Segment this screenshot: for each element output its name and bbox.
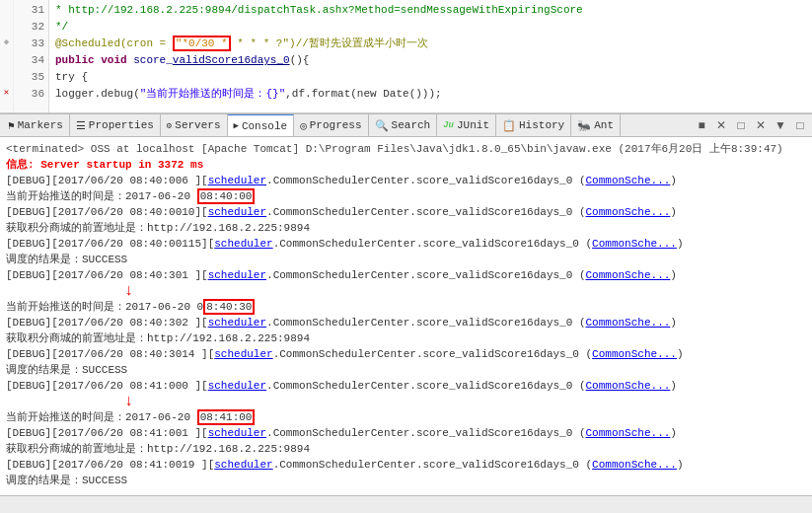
- console-arrow-2: ↓: [124, 394, 806, 409]
- tab-search[interactable]: 🔍 Search: [369, 114, 438, 136]
- console-line-16: 获取积分商城的前置地址是：http://192.168.2.225:9894: [6, 441, 806, 457]
- tab-ant-label: Ant: [594, 119, 614, 131]
- search-icon: 🔍: [375, 119, 389, 132]
- code-line-36: logger.debug("当前开始推送的时间是：{}",df.format(n…: [55, 86, 806, 103]
- code-line-35: try {: [55, 69, 806, 86]
- markers-icon: ⚑: [8, 119, 15, 132]
- tab-progress[interactable]: ◎ Progress: [294, 114, 368, 136]
- console-line-1: [DEBUG][2017/06/20 08:40:006 ][scheduler…: [6, 173, 806, 188]
- console-line-17: [DEBUG][2017/06/20 08:41:0019 ][schedule…: [6, 457, 806, 473]
- tab-history[interactable]: 📋 History: [496, 114, 571, 136]
- console-action-btn-4[interactable]: ✕: [751, 115, 771, 135]
- console-line-5: [DEBUG][2017/06/20 08:40:00115][schedule…: [6, 236, 806, 252]
- console-line-18: 调度的结果是：SUCCESS: [6, 473, 806, 488]
- junit-icon: Ju: [443, 120, 454, 130]
- properties-icon: ☰: [76, 119, 86, 132]
- code-line-33: @Scheduled(cron = "*0/30 * * * * ?")//暂时…: [55, 36, 806, 52]
- tab-properties-label: Properties: [89, 119, 154, 131]
- code-content: * http://192.168.2.225:9894/dispatchTask…: [49, 0, 812, 112]
- tab-history-label: History: [519, 119, 564, 131]
- tab-search-label: Search: [392, 119, 431, 131]
- console-line-10: 获取积分商城的前置地址是：http://192.168.2.225:9894: [6, 330, 806, 346]
- line-numbers: 31 32 33 34 35 36: [14, 0, 49, 112]
- tab-junit[interactable]: Ju JUnit: [437, 114, 496, 136]
- editor-section: ◆ ✕ 31 32 33 34 35 36 * http://192.168.2…: [0, 0, 812, 113]
- tab-properties[interactable]: ☰ Properties: [70, 114, 161, 136]
- console-line-8: 当前开始推送的时间是：2017-06-20 08:40:30: [6, 299, 806, 315]
- tab-markers[interactable]: ⚑ Markers: [2, 114, 70, 136]
- ant-icon: 🐜: [577, 119, 591, 132]
- console-line-3: [DEBUG][2017/06/20 08:40:0010][scheduler…: [6, 204, 806, 220]
- console-icon: ▶: [234, 120, 239, 131]
- console-line-13: [DEBUG][2017/06/20 08:41:000 ][scheduler…: [6, 378, 806, 394]
- tab-servers-label: Servers: [175, 119, 220, 131]
- left-gutter: ◆ ✕: [0, 0, 14, 112]
- console-line-9: [DEBUG][2017/06/20 08:40:302 ][scheduler…: [6, 315, 806, 330]
- tab-console[interactable]: ▶ Console: [228, 113, 295, 136]
- console-line-15: [DEBUG][2017/06/20 08:41:001 ][scheduler…: [6, 425, 806, 441]
- console-line-12: 调度的结果是：SUCCESS: [6, 362, 806, 378]
- tab-ant[interactable]: 🐜 Ant: [571, 114, 621, 136]
- gutter-36: ✕: [0, 84, 13, 101]
- status-bar: [0, 495, 812, 513]
- tab-servers[interactable]: ⚙ Servers: [161, 114, 228, 136]
- tab-junit-label: JUnit: [457, 119, 489, 131]
- gutter-33: ◆: [0, 34, 13, 50]
- console-line-6: 调度的结果是：SUCCESS: [6, 252, 806, 267]
- console-action-btn-5[interactable]: ▼: [771, 115, 790, 135]
- console-line-11: [DEBUG][2017/06/20 08:40:3014 ][schedule…: [6, 346, 806, 362]
- console-action-btn-1[interactable]: ■: [692, 115, 711, 135]
- console-line-4: 获取积分商城的前置地址是：http://192.168.2.225:9894: [6, 220, 806, 236]
- gutter-32: [0, 17, 13, 34]
- code-line-31: * http://192.168.2.225:9894/dispatchTask…: [55, 2, 806, 19]
- tab-console-label: Console: [242, 120, 287, 132]
- console-action-btn-3[interactable]: □: [731, 115, 751, 135]
- bottom-section: ⚑ Markers ☰ Properties ⚙ Servers ▶ Conso…: [0, 113, 812, 513]
- code-line-32: */: [55, 19, 806, 36]
- progress-icon: ◎: [300, 119, 307, 132]
- gutter-35: [0, 67, 13, 84]
- tab-bar: ⚑ Markers ☰ Properties ⚙ Servers ▶ Conso…: [0, 113, 812, 137]
- console-line-info: 信息: Server startup in 3372 ms: [6, 157, 806, 173]
- console-arrow-1: ↓: [124, 283, 806, 299]
- tab-markers-label: Markers: [18, 119, 63, 131]
- servers-icon: ⚙: [167, 120, 172, 131]
- code-line-34: public void score_validScore16days_0(){: [55, 52, 806, 69]
- history-icon: 📋: [502, 119, 516, 132]
- console-action-btn-2[interactable]: ✕: [711, 115, 731, 135]
- console-line-2: 当前开始推送的时间是：2017-06-20 08:40:00: [6, 188, 806, 204]
- tab-bar-right: ■ ✕ □ ✕ ▼ □: [692, 114, 810, 136]
- console-line-14: 当前开始推送的时间是：2017-06-20 08:41:00: [6, 409, 806, 425]
- console-line-7: [DEBUG][2017/06/20 08:40:301 ][scheduler…: [6, 267, 806, 283]
- gutter-31: [0, 0, 13, 17]
- tab-progress-label: Progress: [310, 119, 362, 131]
- gutter-34: [0, 50, 13, 67]
- console-header: <terminated> OSS at localhost [Apache To…: [6, 143, 783, 155]
- console-action-btn-6[interactable]: □: [790, 115, 810, 135]
- console-area[interactable]: <terminated> OSS at localhost [Apache To…: [0, 137, 812, 495]
